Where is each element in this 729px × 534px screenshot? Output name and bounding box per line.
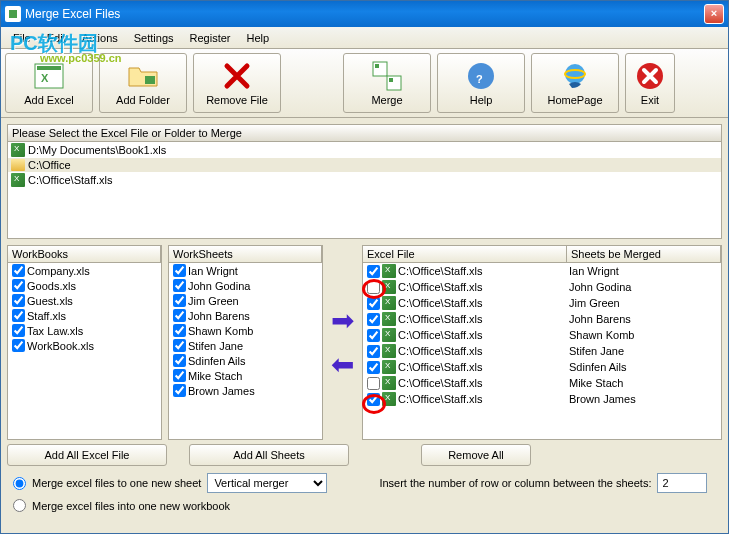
item-checkbox[interactable] xyxy=(173,294,186,307)
excel-file-icon xyxy=(382,296,396,310)
menu-settings[interactable]: Settings xyxy=(126,29,182,47)
table-row[interactable]: C:\Office\Staff.xlsIan Wrignt xyxy=(363,263,721,279)
menu-register[interactable]: Register xyxy=(182,29,239,47)
list-item[interactable]: Jim Green xyxy=(169,293,322,308)
svg-text:?: ? xyxy=(476,73,483,85)
insert-number-input[interactable] xyxy=(657,473,707,493)
item-checkbox[interactable] xyxy=(12,309,25,322)
worksheets-list[interactable]: Ian WrigntJohn GodinaJim GreenJohn Baren… xyxy=(169,263,322,439)
file-path: D:\My Documents\Book1.xls xyxy=(28,144,166,156)
sheet-cell: Sdinfen Ails xyxy=(569,361,717,373)
item-checkbox[interactable] xyxy=(173,339,186,352)
row-checkbox[interactable] xyxy=(367,361,380,374)
folder-icon xyxy=(11,159,25,171)
remove-file-button[interactable]: Remove File xyxy=(193,53,281,113)
list-item[interactable]: Company.xls xyxy=(8,263,161,278)
table-row[interactable]: C:\Office\Staff.xlsMike Stach xyxy=(363,375,721,391)
item-checkbox[interactable] xyxy=(12,324,25,337)
merge-type-select[interactable]: Vertical merger xyxy=(207,473,327,493)
list-item[interactable]: Staff.xls xyxy=(8,308,161,323)
row-checkbox[interactable] xyxy=(367,265,380,278)
merge-one-sheet-radio[interactable] xyxy=(13,477,26,490)
excel-file-icon xyxy=(382,392,396,406)
file-cell: C:\Office\Staff.xls xyxy=(398,377,483,389)
svg-rect-9 xyxy=(389,78,393,82)
list-item[interactable]: Sdinfen Ails xyxy=(169,353,322,368)
list-item[interactable]: Shawn Komb xyxy=(169,323,322,338)
workbooks-list[interactable]: Company.xlsGoods.xlsGuest.xlsStaff.xlsTa… xyxy=(8,263,161,439)
menu-edit[interactable]: Edit xyxy=(39,29,74,47)
menubar: File Edit Actions Settings Register Help xyxy=(1,27,728,49)
item-checkbox[interactable] xyxy=(173,279,186,292)
table-row[interactable]: C:\Office\Staff.xlsShawn Komb xyxy=(363,327,721,343)
row-checkbox[interactable] xyxy=(367,281,380,294)
item-checkbox[interactable] xyxy=(12,339,25,352)
item-label: Stifen Jane xyxy=(188,340,243,352)
add-excel-button[interactable]: X Add Excel xyxy=(5,53,93,113)
worksheets-header: WorkSheets xyxy=(169,246,322,262)
file-row[interactable]: D:\My Documents\Book1.xls xyxy=(8,142,721,158)
item-checkbox[interactable] xyxy=(12,294,25,307)
list-item[interactable]: John Godina xyxy=(169,278,322,293)
item-checkbox[interactable] xyxy=(173,264,186,277)
merge-one-workbook-radio[interactable] xyxy=(13,499,26,512)
add-folder-button[interactable]: Add Folder xyxy=(99,53,187,113)
item-label: Tax Law.xls xyxy=(27,325,83,337)
excel-file-list[interactable]: C:\Office\Staff.xlsIan WrigntC:\Office\S… xyxy=(363,263,721,439)
list-item[interactable]: Guest.xls xyxy=(8,293,161,308)
table-row[interactable]: C:\Office\Staff.xlsJim Green xyxy=(363,295,721,311)
item-checkbox[interactable] xyxy=(173,324,186,337)
row-checkbox[interactable] xyxy=(367,313,380,326)
item-checkbox[interactable] xyxy=(173,384,186,397)
file-list[interactable]: D:\My Documents\Book1.xlsC:\OfficeC:\Off… xyxy=(8,142,721,238)
arrow-right-icon[interactable]: ➡ xyxy=(331,307,354,335)
row-checkbox[interactable] xyxy=(367,393,380,406)
item-label: Company.xls xyxy=(27,265,90,277)
list-item[interactable]: John Barens xyxy=(169,308,322,323)
remove-all-button[interactable]: Remove All xyxy=(421,444,531,466)
homepage-button[interactable]: HomePage xyxy=(531,53,619,113)
remove-icon xyxy=(221,60,253,92)
add-all-excel-button[interactable]: Add All Excel File xyxy=(7,444,167,466)
item-checkbox[interactable] xyxy=(12,264,25,277)
item-checkbox[interactable] xyxy=(12,279,25,292)
item-label: John Barens xyxy=(188,310,250,322)
row-checkbox[interactable] xyxy=(367,377,380,390)
merge-button[interactable]: Merge xyxy=(343,53,431,113)
item-label: Brown James xyxy=(188,385,255,397)
window-title: Merge Excel Files xyxy=(25,7,704,21)
table-row[interactable]: C:\Office\Staff.xlsBrown James xyxy=(363,391,721,407)
file-row[interactable]: C:\Office\Staff.xls xyxy=(8,172,721,188)
add-all-sheets-button[interactable]: Add All Sheets xyxy=(189,444,349,466)
row-checkbox[interactable] xyxy=(367,297,380,310)
list-item[interactable]: Goods.xls xyxy=(8,278,161,293)
list-item[interactable]: Stifen Jane xyxy=(169,338,322,353)
sheet-cell: John Godina xyxy=(569,281,717,293)
file-row[interactable]: C:\Office xyxy=(8,158,721,172)
table-row[interactable]: C:\Office\Staff.xlsSdinfen Ails xyxy=(363,359,721,375)
item-checkbox[interactable] xyxy=(173,354,186,367)
item-checkbox[interactable] xyxy=(173,369,186,382)
help-button[interactable]: ? Help xyxy=(437,53,525,113)
svg-rect-1 xyxy=(9,10,17,18)
file-cell: C:\Office\Staff.xls xyxy=(398,393,483,405)
exit-button[interactable]: Exit xyxy=(625,53,675,113)
menu-file[interactable]: File xyxy=(5,29,39,47)
list-item[interactable]: Mike Stach xyxy=(169,368,322,383)
table-row[interactable]: C:\Office\Staff.xlsJohn Barens xyxy=(363,311,721,327)
list-item[interactable]: Ian Wrignt xyxy=(169,263,322,278)
arrow-left-icon[interactable]: ⬅ xyxy=(331,351,354,379)
close-button[interactable]: × xyxy=(704,4,724,24)
table-row[interactable]: C:\Office\Staff.xlsJohn Godina xyxy=(363,279,721,295)
list-item[interactable]: WorkBook.xls xyxy=(8,338,161,353)
menu-help[interactable]: Help xyxy=(239,29,278,47)
item-label: Goods.xls xyxy=(27,280,76,292)
workbooks-panel: WorkBooks Company.xlsGoods.xlsGuest.xlsS… xyxy=(7,245,162,440)
row-checkbox[interactable] xyxy=(367,329,380,342)
list-item[interactable]: Tax Law.xls xyxy=(8,323,161,338)
item-checkbox[interactable] xyxy=(173,309,186,322)
table-row[interactable]: C:\Office\Staff.xlsStifen Jane xyxy=(363,343,721,359)
row-checkbox[interactable] xyxy=(367,345,380,358)
list-item[interactable]: Brown James xyxy=(169,383,322,398)
menu-actions[interactable]: Actions xyxy=(74,29,126,47)
